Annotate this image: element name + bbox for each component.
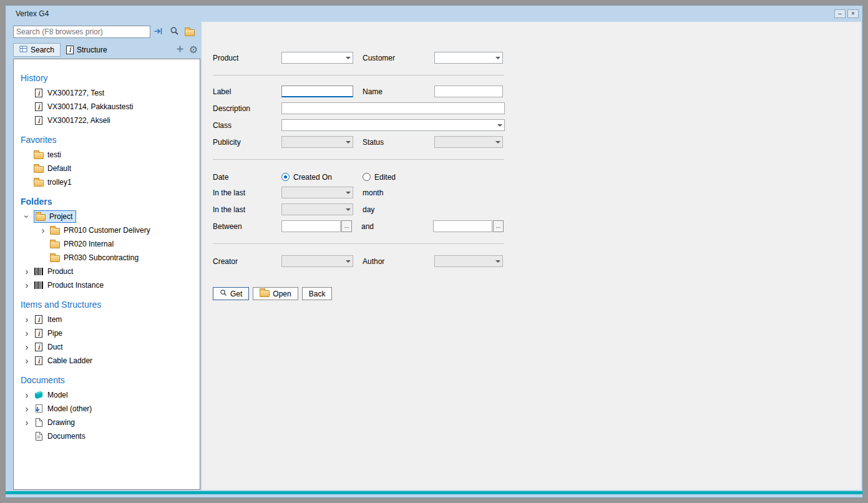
name-input[interactable] — [434, 85, 503, 97]
open-folder-icon — [36, 214, 46, 221]
sidebar-item-model[interactable]: ›Model — [14, 388, 200, 402]
sidebar-item-pr020-internal[interactable]: PR020 Internal — [14, 237, 200, 251]
tree-item-label: Project — [49, 212, 72, 221]
last-months-select[interactable] — [281, 187, 353, 198]
selected-item-box: Project — [34, 210, 76, 223]
go-button[interactable] — [151, 25, 166, 39]
section-title-favorites: Favorites — [21, 135, 200, 145]
class-select[interactable] — [281, 119, 505, 131]
close-button[interactable]: × — [847, 9, 859, 18]
class-label: Class — [213, 121, 281, 130]
chevron-down-icon[interactable]: › — [21, 210, 33, 223]
sidebar-item-pr010-customer-delivery[interactable]: ›PR010 Customer Delivery — [14, 223, 200, 237]
get-button[interactable]: Get — [213, 287, 249, 300]
tree-item-label: trolley1 — [47, 178, 72, 187]
customer-select[interactable] — [434, 52, 503, 64]
plus-icon — [176, 45, 184, 55]
minimize-button[interactable]: – — [834, 9, 846, 18]
between-to-picker-button[interactable]: ... — [493, 220, 504, 232]
open-button[interactable]: Open — [253, 287, 298, 300]
sidebar-item-product-instance[interactable]: ›Product Instance — [14, 278, 200, 292]
info-icon: i — [35, 116, 42, 125]
radio-unselected-icon — [363, 173, 371, 181]
creator-select[interactable] — [281, 255, 353, 267]
folder-icon — [50, 255, 60, 262]
between-from-input[interactable] — [281, 220, 341, 232]
between-to-input[interactable] — [433, 220, 492, 232]
sidebar-item-project[interactable]: ›Project — [14, 210, 200, 223]
sidebar-item-item[interactable]: ›iItem — [14, 313, 200, 326]
search-input[interactable] — [13, 26, 150, 38]
name-label: Name — [363, 87, 434, 96]
date-label: Date — [213, 173, 281, 182]
chevron-down-icon — [493, 137, 502, 147]
label-label: Label — [213, 87, 281, 96]
tab-structure[interactable]: i Structure — [61, 43, 113, 57]
chevron-right-icon[interactable]: › — [20, 341, 34, 353]
sidebar-item-testi[interactable]: testi — [14, 148, 200, 162]
app-window: Vertex G4 – × — [5, 5, 863, 498]
chevron-right-icon[interactable]: › — [20, 389, 34, 401]
tree-item-label: Model — [47, 391, 68, 399]
open-button-label: Open — [273, 290, 291, 298]
chevron-right-icon[interactable]: › — [36, 224, 50, 237]
sidebar-item-model-other[interactable]: ›Model (other) — [14, 402, 200, 416]
month-label: month — [363, 188, 434, 197]
chevron-down-icon — [495, 120, 504, 130]
author-label: Author — [363, 257, 434, 266]
sidebar-item-pr030-subcontracting[interactable]: PR030 Subcontracting — [14, 251, 200, 265]
sidebar-item-vx3001722-akseli[interactable]: iVX3001722, Akseli — [14, 114, 200, 127]
search-form-panel: Product Customer Label Name Description — [202, 22, 861, 490]
status-select[interactable] — [434, 136, 503, 148]
sidebar-item-cable-ladder[interactable]: ›iCable Ladder — [14, 354, 200, 368]
chevron-right-icon[interactable]: › — [20, 265, 34, 278]
created-on-label: Created On — [293, 173, 332, 182]
settings-button[interactable]: ⚙ — [187, 43, 200, 57]
tree-item-label: Model (other) — [47, 404, 92, 413]
back-button[interactable]: Back — [302, 287, 333, 300]
author-select[interactable] — [434, 255, 503, 267]
chevron-right-icon[interactable]: › — [20, 327, 34, 339]
tree-item-label: VX3001714, Pakkaustesti — [47, 102, 133, 111]
status-label: Status — [363, 138, 434, 147]
label-input[interactable] — [281, 85, 353, 97]
info-icon: i — [35, 329, 42, 338]
sidebar-item-default[interactable]: Default — [14, 162, 200, 175]
sidebar-item-product[interactable]: ›Product — [14, 265, 200, 278]
sidebar-item-vx3001714-pakkaustesti[interactable]: iVX3001714, Pakkaustesti — [14, 100, 200, 114]
between-from-picker-button[interactable]: ... — [341, 220, 352, 232]
chevron-right-icon[interactable]: › — [20, 354, 34, 367]
sidebar-item-vx3001727-test[interactable]: iVX3001727, Test — [14, 86, 200, 100]
product-select[interactable] — [281, 52, 353, 64]
tree-item-label: Item — [47, 315, 62, 324]
chevron-right-icon[interactable]: › — [20, 279, 34, 291]
sidebar-item-documents[interactable]: Documents — [14, 429, 200, 443]
search-button[interactable] — [167, 25, 182, 39]
radio-selected-icon — [281, 173, 290, 181]
section-title-history: History — [21, 73, 200, 83]
sidebar-item-duct[interactable]: ›iDuct — [14, 340, 200, 354]
chevron-right-icon[interactable]: › — [20, 403, 34, 415]
section-title-folders: Folders — [21, 197, 200, 207]
add-tab-button[interactable] — [173, 43, 187, 57]
chevron-right-icon[interactable]: › — [20, 313, 34, 326]
get-button-label: Get — [230, 290, 242, 298]
sidebar-item-trolley1[interactable]: trolley1 — [14, 175, 200, 189]
open-folder-button[interactable] — [182, 25, 197, 39]
back-button-label: Back — [309, 290, 326, 298]
description-input[interactable] — [281, 102, 505, 114]
tree-item-label: Duct — [47, 343, 63, 351]
chevron-right-icon[interactable]: › — [20, 416, 34, 429]
tab-search[interactable]: Search — [13, 43, 61, 57]
tab-bar: Search i Structure ⚙ — [13, 42, 200, 57]
in-the-last-month-label: In the last — [213, 188, 281, 197]
tree-item-label: VX3001722, Akseli — [47, 116, 110, 125]
sidebar-item-drawing[interactable]: ›Drawing — [14, 416, 200, 429]
edited-radio[interactable]: Edited — [363, 173, 396, 182]
magnifier-icon — [220, 289, 227, 298]
search-toolbar — [13, 25, 200, 39]
sidebar-item-pipe[interactable]: ›iPipe — [14, 326, 200, 340]
created-on-radio[interactable]: Created On — [281, 173, 363, 182]
last-days-select[interactable] — [281, 203, 353, 215]
publicity-select[interactable] — [281, 136, 353, 148]
